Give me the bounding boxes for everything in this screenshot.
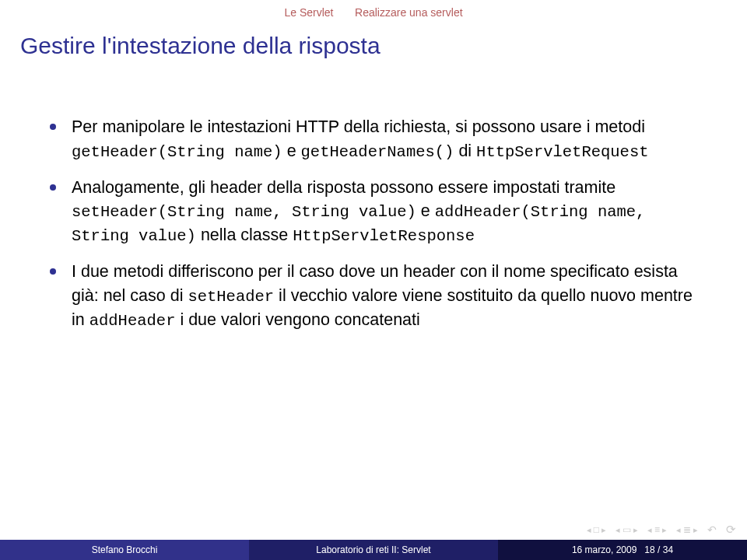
page-sep: /	[655, 544, 663, 555]
list-item: I due metodi differiscono per il caso do…	[50, 260, 697, 332]
footer-author: Stefano Brocchi	[0, 540, 249, 560]
list-item: Analogamente, gli header della risposta …	[50, 176, 697, 248]
footline: Stefano Brocchi Laboratorio di reti II: …	[0, 540, 747, 560]
footer-right: 16 marzo, 2009 18 / 34	[498, 540, 747, 560]
footer-title: Laboratorio di reti II: Servlet	[249, 540, 498, 560]
slide: { "header": { "crumb_section": "Le Servl…	[0, 0, 747, 560]
code: HttpServletRequest	[476, 143, 648, 161]
code: setHeader	[188, 288, 274, 306]
text: Analogamente, gli header della risposta …	[72, 178, 615, 197]
footer-page: 18 / 34	[644, 544, 673, 555]
text: Per manipolare le intestazioni HTTP dell…	[72, 117, 645, 136]
bullet-list: Per manipolare le intestazioni HTTP dell…	[50, 115, 697, 332]
text: e	[416, 201, 435, 220]
nav-symbols: □ ▭ ≡ ≣ ↶ ⟳	[587, 523, 738, 537]
code: addHeader	[89, 312, 176, 330]
code: setHeader(String name, String value)	[72, 203, 416, 221]
code: getHeader(String name)	[72, 143, 282, 161]
list-item: Per manipolare le intestazioni HTTP dell…	[50, 115, 697, 163]
text: di	[454, 142, 476, 160]
breadcrumb: Le Servlet Realizzare una servlet	[0, 6, 747, 19]
text: i due valori vengono concatenati	[175, 310, 419, 329]
nav-subsection-icon[interactable]: ≡	[647, 524, 668, 535]
nav-search-icon[interactable]: ⟳	[726, 523, 738, 537]
footer-date: 16 marzo, 2009	[572, 544, 637, 555]
nav-frame-icon[interactable]: ▭	[615, 524, 640, 535]
text: nella classe	[196, 226, 293, 244]
breadcrumb-separator	[341, 6, 347, 19]
breadcrumb-section: Le Servlet	[284, 6, 333, 19]
nav-back-icon[interactable]: ↶	[707, 523, 718, 536]
page-current: 18	[644, 544, 654, 555]
nav-slide-icon[interactable]: □	[587, 524, 608, 535]
slide-title: Gestire l'intestazione della risposta	[20, 33, 381, 59]
nav-section-icon[interactable]: ≣	[676, 524, 700, 535]
breadcrumb-subsection: Realizzare una servlet	[355, 6, 463, 19]
code: getHeaderNames()	[301, 143, 454, 161]
text: e	[282, 142, 301, 160]
code: HttpServletResponse	[293, 227, 475, 245]
slide-body: Per manipolare le intestazioni HTTP dell…	[50, 115, 697, 345]
page-total: 34	[663, 544, 673, 555]
